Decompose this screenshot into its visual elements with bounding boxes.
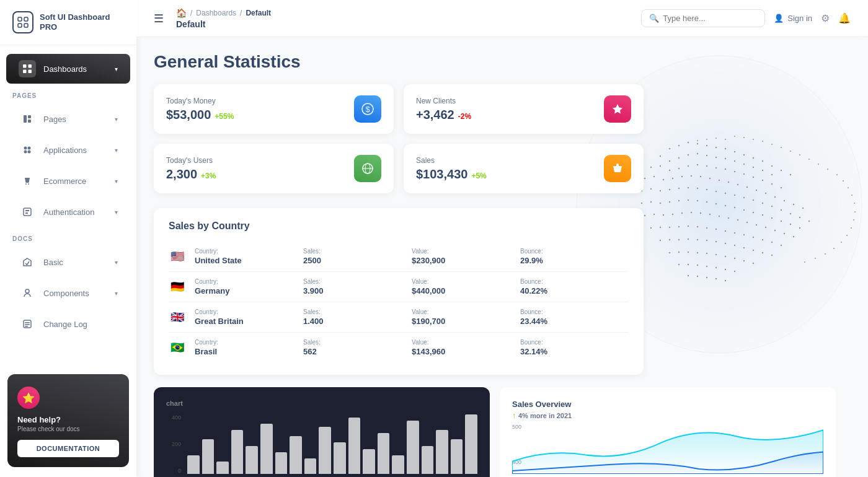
svg-point-99 — [762, 203, 763, 204]
svg-point-74 — [700, 176, 701, 177]
applications-chevron-icon: ▾ — [115, 147, 118, 154]
topbar: ☰ 🏠 / Dashboards / Default Default 🔍 👤 S… — [136, 0, 868, 37]
bar — [319, 427, 331, 474]
stat-label-clients: New Clients — [416, 97, 471, 105]
topbar-right: 🔍 👤 Sign in ⚙ 🔔 — [641, 9, 851, 27]
svg-point-110 — [688, 199, 689, 201]
sidebar-item-basic[interactable]: Basic ▾ — [6, 247, 130, 277]
svg-point-180 — [697, 265, 698, 266]
svg-point-133 — [737, 219, 738, 221]
svg-point-75 — [709, 178, 711, 179]
stat-change-users: +3% — [201, 172, 216, 180]
notification-icon[interactable]: 🔔 — [838, 12, 851, 24]
svg-rect-10 — [28, 120, 31, 123]
svg-point-108 — [669, 201, 670, 203]
sales-col-de: Sales: 3.900 — [303, 278, 412, 295]
svg-point-91 — [688, 187, 689, 188]
content-area: General Statistics Today's Money $53,000… — [136, 37, 868, 477]
svg-point-127 — [681, 212, 683, 214]
settings-icon[interactable]: ⚙ — [821, 12, 830, 24]
svg-point-209 — [854, 203, 855, 204]
sidebar-item-dashboards[interactable]: Dashboards ▾ — [6, 54, 130, 84]
svg-point-83 — [784, 200, 785, 201]
svg-point-176 — [743, 260, 745, 261]
svg-point-125 — [663, 214, 664, 216]
svg-point-193 — [753, 139, 754, 140]
bar — [334, 442, 346, 474]
svg-point-77 — [728, 182, 729, 183]
flag-de: 🇩🇪 — [169, 281, 186, 293]
svg-point-53 — [650, 167, 652, 168]
svg-point-141 — [660, 227, 661, 228]
home-icon[interactable]: 🏠 — [176, 8, 187, 18]
svg-point-109 — [678, 200, 680, 201]
svg-point-48 — [734, 160, 735, 162]
svg-point-49 — [743, 164, 745, 165]
svg-point-135 — [756, 224, 757, 225]
documentation-button[interactable]: DOCUMENTATION — [17, 440, 119, 457]
sidebar-item-applications[interactable]: Applications ▾ — [6, 135, 130, 165]
svg-point-26 — [669, 148, 670, 149]
hamburger-icon[interactable]: ☰ — [154, 12, 164, 25]
sign-in-button[interactable]: 👤 Sign in — [774, 14, 812, 23]
help-star-icon: ⭐ — [17, 387, 40, 409]
svg-point-43 — [688, 154, 689, 155]
svg-point-11 — [24, 147, 27, 150]
svg-text:$: $ — [365, 105, 370, 114]
sidebar-item-components[interactable]: Components ▾ — [6, 278, 130, 308]
sidebar-item-pages[interactable]: Pages ▾ — [6, 104, 130, 134]
chevron-down-icon: ▾ — [115, 66, 118, 72]
svg-point-40 — [660, 155, 661, 157]
sidebar-item-authentication[interactable]: Authentication ▾ — [6, 197, 130, 227]
search-box[interactable]: 🔍 — [641, 9, 765, 27]
svg-point-118 — [762, 214, 763, 216]
svg-point-123 — [644, 215, 645, 216]
bounce-col-de: Bounce: 40.22% — [520, 278, 629, 295]
sidebar-item-basic-label: Basic — [43, 258, 107, 267]
svg-rect-4 — [23, 64, 27, 68]
bottom-charts: chart 400 200 0 Sales Overview ↑ 4% m — [154, 387, 836, 477]
help-title: Need help? — [17, 415, 119, 424]
svg-point-119 — [771, 217, 773, 219]
svg-point-78 — [737, 184, 738, 185]
svg-point-92 — [697, 188, 698, 189]
pages-section-label: PAGES — [0, 85, 136, 103]
flag-br: 🇧🇷 — [169, 341, 186, 354]
svg-point-67 — [781, 187, 782, 188]
y-label-0: 0 — [166, 468, 181, 474]
bar — [348, 418, 361, 474]
search-input[interactable] — [663, 14, 757, 23]
svg-point-205 — [836, 174, 838, 175]
svg-point-202 — [808, 159, 810, 160]
sidebar-item-changelog[interactable]: Change Log — [6, 309, 130, 339]
svg-point-106 — [650, 201, 652, 203]
stat-icon-clients — [604, 95, 631, 123]
svg-point-155 — [660, 240, 661, 241]
svg-point-103 — [799, 217, 800, 218]
svg-point-51 — [762, 170, 763, 171]
svg-point-124 — [653, 214, 655, 215]
svg-point-175 — [734, 258, 735, 259]
table-row: 🇺🇸 Country: United State Sales: 2500 Val… — [169, 242, 629, 272]
svg-point-113 — [715, 203, 717, 204]
components-icon — [19, 284, 36, 302]
sales-by-country-title: Sales by Country — [169, 221, 629, 232]
sidebar-item-ecommerce[interactable]: Ecommerce ▾ — [6, 166, 130, 196]
svg-point-64 — [753, 177, 754, 178]
breadcrumb-separator: / — [190, 9, 192, 17]
svg-point-102 — [790, 213, 791, 214]
svg-point-59 — [706, 165, 707, 167]
svg-rect-6 — [23, 70, 27, 74]
stat-label-money: Today's Money — [166, 97, 234, 105]
topbar-page-title: Default — [176, 19, 271, 29]
svg-point-79 — [746, 186, 748, 188]
sales-col-br: Sales: 562 — [303, 339, 412, 356]
svg-point-55 — [669, 170, 670, 171]
bounce-col-gb: Bounce: 23.44% — [520, 309, 629, 326]
stat-change-sales: +5% — [471, 172, 486, 180]
svg-point-60 — [715, 167, 717, 168]
svg-point-201 — [799, 154, 800, 155]
svg-point-150 — [743, 234, 745, 235]
svg-point-98 — [753, 199, 754, 201]
svg-point-47 — [725, 158, 726, 159]
